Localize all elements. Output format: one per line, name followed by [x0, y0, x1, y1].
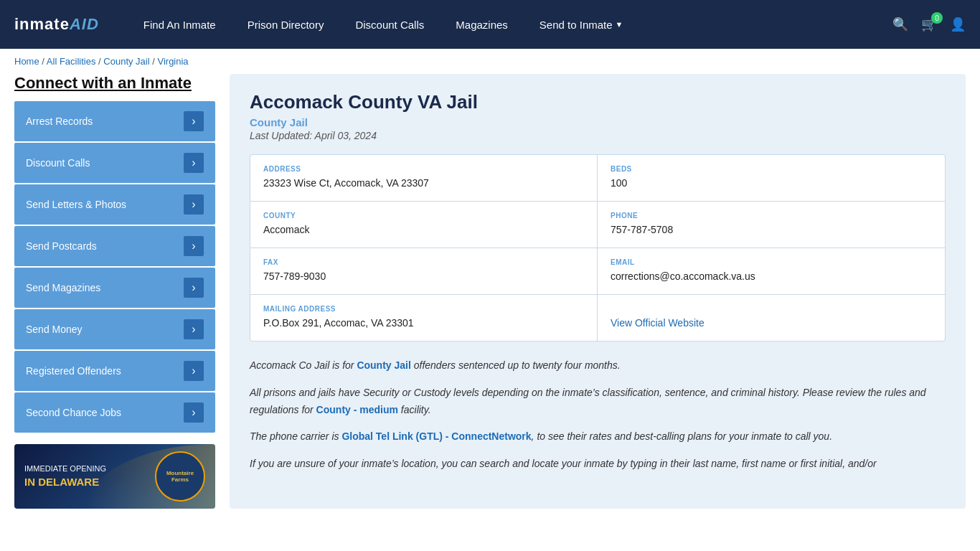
nav-magazines[interactable]: Magazines	[440, 0, 524, 49]
fax-label: FAX	[263, 258, 584, 266]
phone-cell: PHONE 757-787-5708	[598, 202, 945, 248]
sidebar: Connect with an Inmate Arrest Records › …	[14, 74, 215, 509]
breadcrumb-home[interactable]: Home	[14, 56, 39, 67]
breadcrumb-county-jail[interactable]: County Jail	[103, 56, 149, 67]
phone-value: 757-787-5708	[611, 222, 932, 237]
nav-send-to-inmate[interactable]: Send to Inmate ▼	[524, 0, 639, 49]
county-cell: COUNTY Accomack	[250, 202, 598, 248]
chevron-right-icon: ›	[184, 153, 204, 173]
chevron-right-icon: ›	[184, 361, 204, 381]
header-icons: 🔍 🛒 0 👤	[892, 17, 966, 32]
nav-find-inmate[interactable]: Find An Inmate	[128, 0, 232, 49]
county-label: COUNTY	[263, 212, 584, 220]
chevron-right-icon: ›	[184, 319, 204, 339]
facility-type: County Jail	[250, 116, 946, 128]
breadcrumb: Home / All Facilities / County Jail / Vi…	[0, 49, 980, 74]
sidebar-item-send-money[interactable]: Send Money ›	[14, 309, 215, 349]
beds-cell: BEDS 100	[598, 155, 945, 202]
website-cell: View Official Website	[598, 295, 945, 341]
desc-paragraph-1: Accomack Co Jail is for County Jail offe…	[250, 357, 946, 375]
official-website-link[interactable]: View Official Website	[611, 317, 705, 329]
mailing-cell: MAILING ADDRESS P.O.Box 291, Accomac, VA…	[250, 295, 598, 341]
sidebar-item-arrest-records[interactable]: Arrest Records ›	[14, 101, 215, 141]
address-value: 23323 Wise Ct, Accomack, VA 23307	[263, 176, 584, 191]
desc-paragraph-2: All prisons and jails have Security or C…	[250, 385, 946, 419]
sidebar-item-registered-offenders[interactable]: Registered Offenders ›	[14, 351, 215, 391]
chevron-right-icon: ›	[184, 402, 204, 423]
email-value: corrections@co.accomack.va.us	[611, 269, 932, 284]
mailing-value: P.O.Box 291, Accomac, VA 23301	[263, 316, 584, 331]
chevron-right-icon: ›	[184, 236, 204, 256]
search-icon[interactable]: 🔍	[892, 17, 908, 32]
nav-discount-calls[interactable]: Discount Calls	[339, 0, 440, 49]
phone-label: PHONE	[611, 212, 932, 220]
facility-updated: Last Updated: April 03, 2024	[250, 130, 946, 141]
facility-name: Accomack County VA Jail	[250, 91, 946, 113]
chevron-right-icon: ›	[184, 278, 204, 298]
desc-paragraph-4: If you are unsure of your inmate’s locat…	[250, 456, 946, 473]
address-label: ADDRESS	[263, 165, 584, 173]
beds-value: 100	[611, 176, 932, 191]
sidebar-item-discount-calls[interactable]: Discount Calls ›	[14, 143, 215, 183]
chevron-right-icon: ›	[184, 194, 204, 215]
ad-logo: MountaireFarms	[155, 451, 205, 501]
site-header: inmateAID Find An Inmate Prison Director…	[0, 0, 980, 49]
facility-description: Accomack Co Jail is for County Jail offe…	[250, 357, 946, 473]
sidebar-item-second-chance-jobs[interactable]: Second Chance Jobs ›	[14, 392, 215, 433]
county-value: Accomack	[263, 222, 584, 237]
sidebar-item-send-magazines[interactable]: Send Magazines ›	[14, 268, 215, 308]
breadcrumb-virginia[interactable]: Virginia	[157, 56, 188, 67]
ad-text: IMMEDIATE OPENING IN DELAWARE	[24, 463, 106, 489]
dropdown-arrow-icon: ▼	[616, 20, 623, 29]
chevron-right-icon: ›	[184, 111, 204, 131]
main-nav: Find An Inmate Prison Directory Discount…	[128, 0, 892, 49]
sidebar-menu: Arrest Records › Discount Calls › Send L…	[14, 101, 215, 433]
email-cell: EMAIL corrections@co.accomack.va.us	[598, 248, 945, 295]
beds-label: BEDS	[611, 165, 932, 173]
sidebar-item-send-postcards[interactable]: Send Postcards ›	[14, 226, 215, 266]
sidebar-item-send-letters[interactable]: Send Letters & Photos ›	[14, 184, 215, 225]
gtl-link[interactable]: Global Tel Link (GTL) - ConnectNetwork	[341, 430, 531, 442]
cart-badge: 0	[931, 12, 943, 24]
sidebar-title: Connect with an Inmate	[14, 74, 215, 93]
main-content: Connect with an Inmate Arrest Records › …	[0, 74, 980, 523]
nav-prison-directory[interactable]: Prison Directory	[232, 0, 340, 49]
county-medium-link[interactable]: County - medium	[316, 404, 398, 415]
detail-panel: Accomack County VA Jail County Jail Last…	[230, 74, 966, 509]
cart-icon[interactable]: 🛒 0	[921, 17, 937, 32]
site-logo[interactable]: inmateAID	[14, 15, 99, 34]
desc-paragraph-3: The phone carrier is Global Tel Link (GT…	[250, 428, 946, 446]
sidebar-ad-banner[interactable]: IMMEDIATE OPENING IN DELAWARE MountaireF…	[14, 444, 215, 509]
breadcrumb-all-facilities[interactable]: All Facilities	[47, 56, 96, 67]
user-icon[interactable]: 👤	[950, 17, 966, 32]
facility-info-grid: ADDRESS 23323 Wise Ct, Accomack, VA 2330…	[250, 154, 946, 342]
address-cell: ADDRESS 23323 Wise Ct, Accomack, VA 2330…	[250, 155, 598, 202]
county-jail-link[interactable]: County Jail	[357, 359, 410, 371]
email-label: EMAIL	[611, 258, 932, 266]
logo-text: inmateAID	[14, 15, 99, 34]
fax-value: 757-789-9030	[263, 269, 584, 284]
fax-cell: FAX 757-789-9030	[250, 248, 598, 295]
mailing-label: MAILING ADDRESS	[263, 305, 584, 313]
